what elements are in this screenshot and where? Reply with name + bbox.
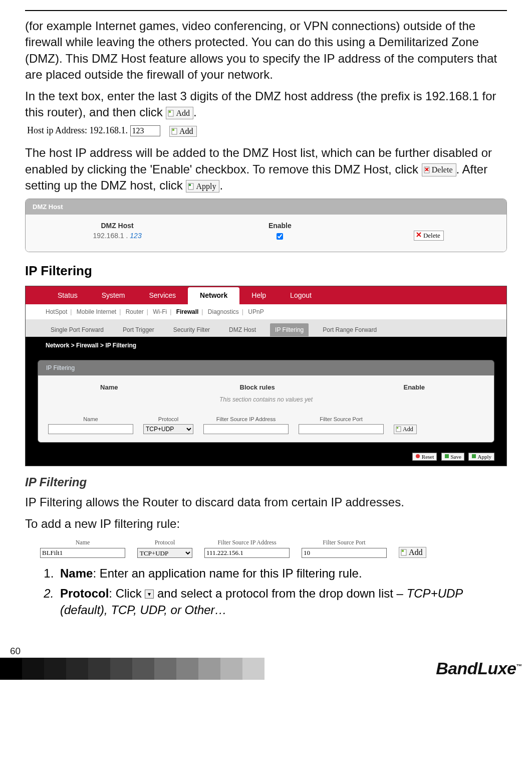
tab-network[interactable]: Network xyxy=(188,287,239,304)
subnav-mobile[interactable]: Mobile Internet xyxy=(77,308,116,315)
ipf-port-input[interactable] xyxy=(299,424,384,434)
ipf-form-label-name: Name xyxy=(48,416,133,422)
svg-rect-1 xyxy=(169,111,171,113)
dmz-host-value: 192.168.1 . 123 xyxy=(34,232,201,240)
fig-label-src: Filter Source IP Address xyxy=(217,539,276,546)
dmz-add-row: Host ip Address: 192.168.1. Add xyxy=(27,125,507,137)
add-button-inline[interactable]: Add xyxy=(166,107,193,120)
page-footer: 60 BandLuxe™ xyxy=(0,646,532,680)
page-number: 60 xyxy=(10,646,532,657)
ipf-protocol-select[interactable]: TCP+UDP xyxy=(143,424,193,434)
step2b: and select a protocol from the drop down… xyxy=(154,587,406,600)
dmz-host-panel: DMZ Host DMZ Host 192.168.1 . 123 Enable… xyxy=(25,199,507,252)
delete-button-inline[interactable]: Delete xyxy=(422,163,456,176)
para-3: The host IP address will be added to the… xyxy=(25,145,507,194)
brand-logo: BandLuxe™ xyxy=(436,659,532,678)
tab-help[interactable]: Help xyxy=(239,286,278,304)
dmz-add-label: Host ip Address: 192.168.1. xyxy=(27,125,128,135)
subnav-firewall[interactable]: Firewall xyxy=(176,308,199,315)
fwtab-security-filter[interactable]: Security Filter xyxy=(168,323,215,336)
intro-para-1: (for example Internet games, video confe… xyxy=(25,18,507,83)
trademark: ™ xyxy=(516,663,522,670)
para-4: IP Filtering allows the Router to discar… xyxy=(25,494,507,510)
fig-protocol-select[interactable]: TCP+UDP xyxy=(137,548,192,558)
ipf-name-input[interactable] xyxy=(48,424,133,434)
ipf-panel-title: IP Filtering xyxy=(38,360,494,375)
dmz-ip-suffix-input[interactable] xyxy=(130,125,160,136)
firewall-tabs: Single Port Forward Port Trigger Securit… xyxy=(26,319,506,337)
ipf-empty-text: This section contains no values yet xyxy=(38,393,494,412)
ipf-add-button[interactable]: Add xyxy=(394,425,417,434)
fwtab-ip-filtering[interactable]: IP Filtering xyxy=(270,323,309,336)
ipf-col-enable: Enable xyxy=(345,383,484,391)
add-label: Add xyxy=(176,109,190,117)
fwtab-dmz-host[interactable]: DMZ Host xyxy=(224,323,261,336)
dmz-add-label-btn: Add xyxy=(179,127,193,135)
ipf-col-name: Name xyxy=(48,383,170,391)
subnav-diag[interactable]: Diagnostics xyxy=(208,308,239,315)
tab-services[interactable]: Services xyxy=(137,286,188,304)
intro-2a: In the text box, enter the last 3 digits… xyxy=(25,89,496,119)
step2-label: Protocol xyxy=(60,587,109,600)
router-save-button[interactable]: Save xyxy=(441,453,464,461)
fig-port-input[interactable] xyxy=(302,548,387,558)
dmz-add-button[interactable]: Add xyxy=(169,126,197,137)
fig-name-input[interactable] xyxy=(40,548,125,558)
filter-example-figure: Name Protocol TCP+UDP Filter Source IP A… xyxy=(25,537,507,558)
footer-squares xyxy=(0,658,264,680)
fwtab-port-trigger[interactable]: Port Trigger xyxy=(118,323,159,336)
dmz-col-host-header: DMZ Host xyxy=(34,222,201,230)
brand-text: BandLuxe xyxy=(436,659,516,678)
fwtab-port-range[interactable]: Port Range Forward xyxy=(318,323,382,336)
ipf-src-input[interactable] xyxy=(203,424,289,434)
svg-rect-12 xyxy=(397,427,398,429)
heading-ip-filtering: IP Filtering xyxy=(25,263,507,279)
apply-label-2: Apply xyxy=(478,454,492,460)
ipf-form-label-src: Filter Source IP Address xyxy=(203,416,289,422)
subheading-ip-filtering: IP Filtering xyxy=(25,475,507,489)
dmz-col-enable-header: Enable xyxy=(201,222,359,230)
tab-status[interactable]: Status xyxy=(46,286,90,304)
p3c: . xyxy=(219,178,223,192)
para-5: To add a new IP filtering rule: xyxy=(25,516,507,532)
delete-label: Delete xyxy=(432,165,453,174)
dmz-ip-suffix: 123 xyxy=(130,232,141,240)
router-apply-button[interactable]: Apply xyxy=(468,453,494,461)
subnav-bar: HotSpot| Mobile Internet| Router| Wi-Fi|… xyxy=(26,304,506,319)
fig-label-protocol: Protocol xyxy=(155,539,175,546)
ipf-col-block: Block rules xyxy=(170,383,345,391)
intro-para-2: In the text box, enter the last 3 digits… xyxy=(25,88,507,121)
dmz-delete-button[interactable]: Delete xyxy=(414,231,444,241)
fig-add-button[interactable]: Add xyxy=(399,547,426,558)
router-reset-button[interactable]: Reset xyxy=(412,453,437,461)
ipf-form-label-port: Filter Source Port xyxy=(299,416,384,422)
fwtab-single-port[interactable]: Single Port Forward xyxy=(46,323,109,336)
ipf-form-label-protocol: Protocol xyxy=(143,416,193,422)
save-label: Save xyxy=(451,454,461,460)
main-tabbar: Status System Services Network Help Logo… xyxy=(26,286,506,304)
fig-src-input[interactable] xyxy=(204,548,290,558)
svg-rect-8 xyxy=(189,184,191,186)
tab-system[interactable]: System xyxy=(90,286,137,304)
svg-point-13 xyxy=(416,454,420,458)
intro-2b: . xyxy=(193,105,197,119)
dmz-del-label: Delete xyxy=(423,232,440,239)
subnav-upnp[interactable]: UPnP xyxy=(248,308,263,315)
svg-rect-15 xyxy=(472,454,476,458)
tab-logout[interactable]: Logout xyxy=(278,286,324,304)
subnav-wifi[interactable]: Wi-Fi xyxy=(153,308,167,315)
steps-list: Name: Enter an application name for this… xyxy=(57,565,507,619)
dropdown-icon[interactable]: ▾ xyxy=(145,590,154,599)
fig-label-name: Name xyxy=(76,539,90,546)
ipf-add-label: Add xyxy=(403,426,413,433)
dmz-ip-prefix: 192.168.1 . xyxy=(93,232,130,240)
step2a: : Click xyxy=(109,587,145,600)
subnav-hotspot[interactable]: HotSpot xyxy=(46,308,67,315)
subnav-router[interactable]: Router xyxy=(126,308,144,315)
router-ui-screenshot: Status System Services Network Help Logo… xyxy=(25,286,507,466)
step1-label: Name xyxy=(60,566,93,580)
dmz-enable-checkbox[interactable] xyxy=(277,233,283,240)
step-2: Protocol: Click ▾ and select a protocol … xyxy=(57,585,507,619)
apply-button-inline[interactable]: Apply xyxy=(186,180,219,193)
step-1: Name: Enter an application name for this… xyxy=(57,565,507,582)
